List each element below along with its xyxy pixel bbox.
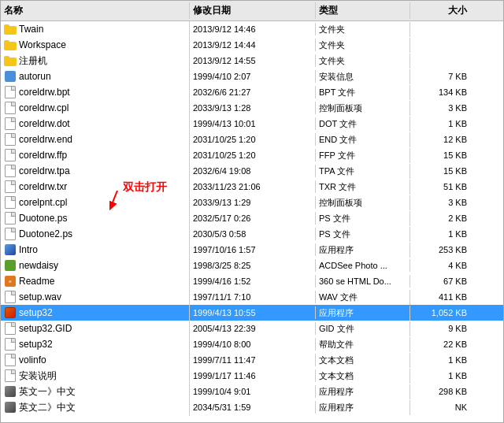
file-name-cell: e Readme	[1, 273, 190, 289]
table-header: 名称 修改日期 类型 大小	[1, 1, 503, 21]
file-name-cell: coreldrw.dot	[1, 116, 190, 132]
table-row[interactable]: Intro 1997/10/16 1:57 应用程序 253 KB	[1, 242, 503, 258]
table-row[interactable]: corelpnt.cpl 2033/9/13 1:29 控制面板项 3 KB	[1, 195, 503, 210]
folder-icon	[4, 24, 17, 35]
file-type: GID 文件	[316, 321, 410, 336]
file-date: 2013/9/12 14:44	[190, 39, 316, 51]
table-row[interactable]: autorun 1999/4/10 2:07 安装信息 7 KB	[1, 69, 503, 84]
app-icon	[5, 244, 16, 255]
table-row[interactable]: coreldrw.txr 2033/11/23 21:06 TXR 文件 51 …	[1, 179, 503, 195]
file-name: coreldrw.dot	[19, 118, 70, 129]
file-name-cell: Workspace	[1, 37, 190, 53]
file-name-cell: Duotone2.ps	[1, 226, 190, 242]
table-row[interactable]: 注册机 2013/9/12 14:55 文件夹	[1, 53, 503, 69]
table-row[interactable]: volinfo 1999/7/11 11:47 文本文档 1 KB	[1, 352, 503, 368]
table-row[interactable]: Twain 2013/9/12 14:46 文件夹	[1, 21, 503, 37]
file-date: 2013/9/12 14:55	[190, 54, 316, 67]
table-row[interactable]: coreldrw.cpl 2033/9/13 1:28 控制面板项 3 KB	[1, 100, 503, 116]
table-row[interactable]: coreldrw.ffp 2031/10/25 1:20 FFP 文件 15 K…	[1, 147, 503, 163]
file-type: 应用程序	[316, 384, 410, 399]
file-name: setup32.GID	[19, 323, 72, 334]
file-size: 4 KB	[410, 259, 473, 272]
file-type: FFP 文件	[316, 148, 410, 163]
file-size: 298 KB	[410, 385, 473, 398]
file-type: END 文件	[316, 132, 410, 147]
file-name-cell: Duotone.ps	[1, 210, 190, 226]
table-row[interactable]: setup.wav 1997/11/1 7:10 WAV 文件 411 KB	[1, 289, 503, 305]
file-date: 2033/11/23 21:06	[190, 180, 316, 193]
file-date: 1997/11/1 7:10	[190, 291, 316, 303]
file-icon	[5, 102, 16, 114]
table-row[interactable]: coreldrw.tpa 2032/6/4 19:08 TPA 文件 15 KB	[1, 163, 503, 179]
file-date: 1998/3/25 8:25	[190, 259, 316, 272]
file-date: 2032/6/4 19:08	[190, 165, 316, 177]
file-date: 1999/4/13 10:01	[190, 117, 316, 130]
file-size: 51 KB	[410, 180, 473, 193]
table-row[interactable]: 英文二》中文 2034/5/31 1:59 应用程序 NK	[1, 399, 503, 415]
file-date: 2030/5/3 0:58	[190, 228, 316, 240]
file-type: 帮助文件	[316, 337, 410, 352]
file-size: 1 KB	[410, 354, 473, 366]
file-name-cell: coreldrw.cpl	[1, 100, 190, 116]
file-icon	[5, 86, 16, 98]
file-size: 22 KB	[410, 338, 473, 351]
file-type: TXR 文件	[316, 180, 410, 195]
table-row[interactable]: setup32 1999/4/13 10:55 应用程序 1,052 KB	[1, 305, 503, 321]
file-name: coreldrw.tpa	[19, 165, 70, 176]
file-name: corelpnt.cpl	[19, 197, 67, 208]
file-date: 2031/10/25 1:20	[190, 149, 316, 161]
file-icon	[5, 228, 16, 240]
table-row[interactable]: e Readme 1999/4/16 1:52 360 se HTML Do..…	[1, 273, 503, 289]
table-row[interactable]: newdaisy 1998/3/25 8:25 ACDSee Photo ...…	[1, 258, 503, 273]
file-type: 应用程序	[316, 243, 410, 258]
file-type: 应用程序	[316, 306, 410, 321]
file-icon	[5, 180, 16, 193]
file-date: 2013/9/12 14:46	[190, 23, 316, 35]
file-size: 12 KB	[410, 133, 473, 146]
file-name-cell: Intro	[1, 242, 190, 258]
file-date: 2033/9/13 1:28	[190, 102, 316, 114]
file-type: PS 文件	[316, 211, 410, 226]
table-row[interactable]: coreldrw.dot 1999/4/13 10:01 DOT 文件 1 KB	[1, 116, 503, 132]
folder-icon	[4, 40, 17, 50]
table-row[interactable]: Workspace 2013/9/12 14:44 文件夹	[1, 37, 503, 53]
file-name: Twain	[19, 24, 43, 35]
file-type: 文件夹	[316, 38, 410, 53]
table-row[interactable]: setup32.GID 2005/4/13 22:39 GID 文件 9 KB	[1, 321, 503, 336]
file-name-cell: coreldrw.ffp	[1, 147, 190, 163]
header-date[interactable]: 修改日期	[190, 2, 316, 19]
file-type: 控制面板项	[316, 195, 410, 210]
table-row[interactable]: 安装说明 1999/1/17 11:46 文本文档 1 KB	[1, 368, 503, 384]
file-date: 2031/10/25 1:20	[190, 133, 316, 146]
file-date: 1999/4/13 10:55	[190, 306, 316, 319]
table-row[interactable]: coreldrw.end 2031/10/25 1:20 END 文件 12 K…	[1, 132, 503, 147]
table-row[interactable]: 英文一》中文 1999/10/4 9:01 应用程序 298 KB	[1, 384, 503, 399]
file-name: coreldrw.end	[19, 134, 72, 145]
file-name-cell: volinfo	[1, 352, 190, 368]
file-date: 2032/5/17 0:26	[190, 212, 316, 224]
file-name-cell: newdaisy	[1, 258, 190, 273]
file-date: 1999/7/11 11:47	[190, 354, 316, 366]
file-type: PS 文件	[316, 227, 410, 242]
header-size[interactable]: 大小	[410, 2, 473, 19]
file-name-cell: corelpnt.cpl	[1, 195, 190, 210]
newdaisy-icon	[5, 260, 16, 271]
app-icon	[5, 402, 16, 413]
autorun-icon	[5, 71, 16, 82]
table-row[interactable]: Duotone2.ps 2030/5/3 0:58 PS 文件 1 KB	[1, 226, 503, 242]
file-date: 1999/4/10 2:07	[190, 70, 316, 83]
header-type[interactable]: 类型	[316, 2, 410, 19]
table-row[interactable]: coreldrw.bpt 2032/6/6 21:27 BPT 文件 134 K…	[1, 84, 503, 100]
file-name-cell: coreldrw.bpt	[1, 84, 190, 100]
file-icon	[5, 165, 16, 177]
file-name: setup32	[19, 339, 53, 350]
table-row[interactable]: Duotone.ps 2032/5/17 0:26 PS 文件 2 KB	[1, 210, 503, 226]
table-row[interactable]: setup32 1999/4/10 8:00 帮助文件 22 KB	[1, 336, 503, 352]
header-name[interactable]: 名称	[1, 2, 190, 19]
file-type: ACDSee Photo ...	[316, 259, 410, 272]
file-size: 67 KB	[410, 275, 473, 288]
file-size: 15 KB	[410, 149, 473, 161]
file-icon	[5, 149, 16, 161]
file-size: NK	[410, 401, 473, 414]
file-list: 双击打开 Twain 2013/9/12 14:46 文件夹 Workspace…	[1, 21, 503, 422]
